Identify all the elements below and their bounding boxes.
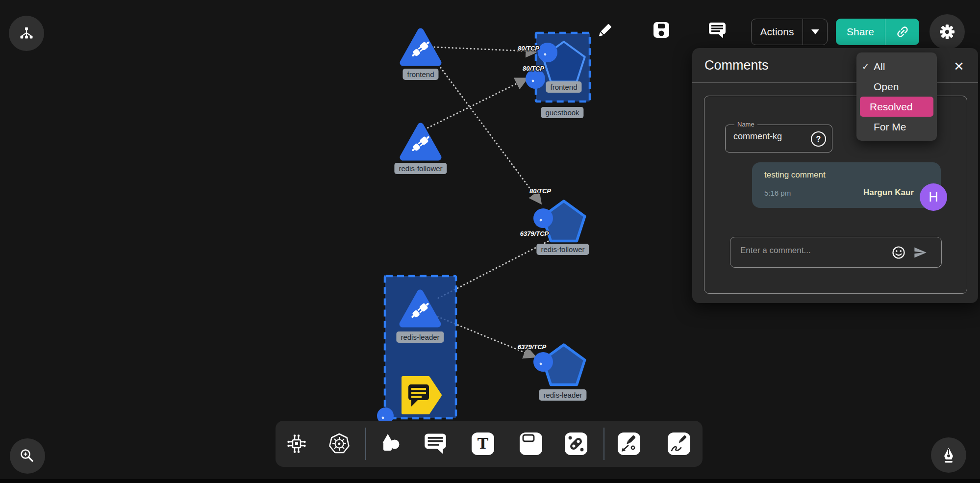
- endpoint-circle[interactable]: [533, 208, 553, 228]
- actions-button-label: Actions: [752, 26, 803, 38]
- edge-port-label: 80/TCP: [529, 187, 551, 195]
- filter-option-for-me[interactable]: For Me: [856, 117, 937, 137]
- toolbar-divider: [365, 428, 366, 460]
- text-tool-icon: T: [477, 436, 488, 451]
- endpoint-circle[interactable]: [526, 69, 545, 89]
- endpoint-circle[interactable]: [533, 352, 553, 372]
- filter-option-all[interactable]: ✓ All: [856, 56, 937, 76]
- check-icon: ✓: [862, 61, 869, 72]
- processor-icon: [285, 432, 308, 455]
- close-panel-button[interactable]: ×: [949, 56, 969, 76]
- edge-port-label: 6379/TCP: [518, 343, 547, 351]
- save-icon: [653, 22, 670, 38]
- hierarchy-icon: [19, 26, 34, 40]
- panel-title: Comments: [704, 58, 769, 73]
- home-button[interactable]: [9, 16, 44, 51]
- send-comment-button[interactable]: [913, 246, 928, 259]
- frame-tool-button[interactable]: [520, 432, 542, 455]
- send-icon: [913, 246, 928, 259]
- actions-button[interactable]: Actions: [751, 19, 828, 45]
- comment-tool-button[interactable]: [424, 432, 447, 455]
- text-tool-button[interactable]: T: [472, 432, 494, 455]
- toolbar-divider: [603, 428, 604, 460]
- gear-icon: [937, 22, 957, 42]
- name-field[interactable]: Name ?: [725, 125, 832, 153]
- link-icon: [895, 25, 910, 39]
- settings-button[interactable]: [930, 14, 965, 50]
- name-input[interactable]: [732, 131, 803, 142]
- copy-link-button[interactable]: [885, 25, 919, 39]
- avatar: H: [920, 183, 947, 211]
- comment-tool-icon: [424, 432, 447, 455]
- edit-mode-button[interactable]: [595, 21, 614, 40]
- edge-redis-follower-guestbook[interactable]: [425, 79, 526, 129]
- node-label-redis-follower-workload: redis-follower: [536, 244, 589, 255]
- help-glyph: ?: [816, 135, 821, 144]
- comment-item[interactable]: testing comment 5:16 pm Hargun Kaur: [752, 162, 941, 208]
- text-tool-tile: T: [472, 432, 494, 455]
- edge-port-label: 80/TCP: [518, 45, 539, 52]
- chain-link-icon: [565, 432, 587, 455]
- smiley-icon: [891, 245, 906, 260]
- filter-option-resolved[interactable]: Resolved: [860, 97, 933, 117]
- pen-arrow-tool-button[interactable]: [618, 432, 640, 455]
- filter-option-label: Open: [874, 81, 899, 93]
- node-label-frontend-workload: frontend: [546, 81, 581, 93]
- pen-nib-icon: [940, 446, 957, 464]
- node-label-frontend-service: frontend: [402, 69, 438, 80]
- edge-port-label: 80/TCP: [523, 65, 544, 72]
- pencil-draw-icon: [668, 432, 690, 455]
- shapes-icon: [380, 432, 402, 455]
- edge-port-label: 6379/TCP: [520, 230, 549, 237]
- comment-author: Hargun Kaur: [863, 188, 914, 198]
- comment-input[interactable]: [739, 245, 888, 256]
- filter-option-open[interactable]: Open: [856, 76, 937, 97]
- actions-dropdown-toggle[interactable]: [803, 29, 827, 34]
- window-bottom-edge: [0, 479, 980, 483]
- frame-tool-icon: [520, 432, 542, 455]
- caret-down-icon: [811, 29, 819, 34]
- share-button[interactable]: Share: [836, 19, 919, 45]
- node-label-redis-follower-service: redis-follower: [394, 163, 447, 174]
- filter-option-label: For Me: [874, 121, 906, 133]
- shapes-tool-button[interactable]: [380, 432, 402, 455]
- zoom-button[interactable]: [10, 438, 45, 474]
- help-icon[interactable]: ?: [811, 131, 826, 147]
- comments-toggle-button[interactable]: [708, 22, 726, 39]
- shape-toolbar: T: [276, 421, 703, 467]
- share-button-label: Share: [836, 26, 885, 38]
- comment-timestamp: 5:16 pm: [764, 189, 791, 197]
- filter-option-label: Resolved: [870, 101, 913, 113]
- chain-link-tool-button[interactable]: [565, 432, 587, 455]
- endpoint-circle[interactable]: [538, 43, 557, 62]
- comments-icon: [708, 22, 726, 39]
- zoom-in-icon: [19, 447, 36, 465]
- kubernetes-tool-button[interactable]: [328, 432, 351, 455]
- name-field-label: Name: [734, 121, 757, 128]
- pen-arrow-icon: [618, 432, 640, 455]
- processor-tool-button[interactable]: [285, 432, 308, 455]
- kubernetes-icon: [328, 432, 351, 455]
- pencil-draw-tool-button[interactable]: [668, 432, 690, 455]
- comment-input-box[interactable]: [730, 237, 942, 268]
- node-label-redis-leader-workload: redis-leader: [539, 389, 586, 401]
- emoji-button[interactable]: [891, 245, 906, 260]
- group-label-guestbook: guestbook: [541, 107, 583, 118]
- node-label-redis-leader-service: redis-leader: [396, 331, 444, 343]
- comment-text: testing comment: [764, 170, 826, 180]
- pen-tool-button[interactable]: [931, 437, 966, 473]
- save-button[interactable]: [653, 22, 670, 38]
- filter-option-label: All: [874, 61, 885, 73]
- close-icon: ×: [954, 56, 964, 75]
- comments-filter-menu: ✓ All Open Resolved For Me: [856, 52, 937, 141]
- edit-pencil-icon: [595, 21, 614, 40]
- edge-frontend-redis-follower[interactable]: [436, 62, 540, 203]
